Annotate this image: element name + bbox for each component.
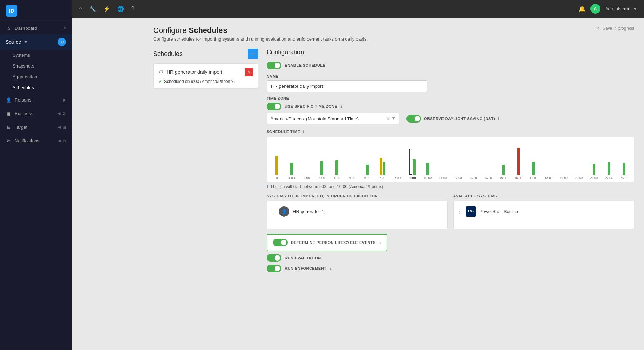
label-11: 11:00 [435, 176, 450, 180]
enforce-info-icon: ℹ [330, 266, 332, 271]
globe-icon[interactable]: 🌐 [117, 6, 124, 12]
home-topnav-icon[interactable]: ⌂ [79, 6, 82, 12]
main-content: ↻ Save in progress Configure Schedules C… [143, 18, 644, 350]
schedule-time-info-icon: ℹ [302, 129, 304, 134]
tz-dropdown-icon[interactable]: ▼ [391, 116, 396, 121]
sidebar-item-target[interactable]: ⊞ Target ◀ ⊞ [0, 120, 72, 134]
label-16: 16:00 [511, 176, 526, 180]
chart-col-10 [420, 147, 435, 175]
name-input[interactable] [267, 80, 427, 92]
use-specific-tz-label: USE SPECIFIC TIME ZONE [285, 104, 337, 108]
business-icon: ◼ [6, 111, 12, 116]
dst-label: OBSERVE DAYLIGHT SAVING (DST) [424, 117, 495, 121]
lifecycle-info-icon: ℹ [379, 240, 381, 245]
dst-info-icon: ℹ [498, 116, 500, 121]
bolt-icon[interactable]: ⚡ [103, 6, 110, 12]
enable-schedule-toggle[interactable] [267, 62, 281, 69]
bell-icon[interactable]: 🔔 [579, 6, 586, 12]
bar-17-0 [532, 162, 535, 175]
delete-schedule-button[interactable]: ✕ [245, 68, 253, 76]
chart-col-12 [450, 147, 465, 175]
dst-toggle[interactable] [406, 115, 421, 122]
bar-9-selected [409, 149, 412, 175]
home-icon: ⌂ [6, 26, 12, 31]
drag-icon[interactable]: ⋮ [270, 209, 275, 214]
chart-col-18 [541, 147, 556, 175]
systems-import-section: SYSTEMS TO BE IMPORTED, IN ORDER OF EXEC… [267, 194, 448, 229]
question-icon[interactable]: ? [131, 6, 134, 12]
sidebar-item-aggregation[interactable]: Aggregation [0, 71, 72, 82]
page-header: ↻ Save in progress Configure Schedules C… [153, 26, 634, 42]
info-hint-icon: ℹ [267, 184, 268, 189]
chart-col-13 [466, 147, 481, 175]
run-eval-row: RUN EVALUATION [267, 254, 387, 262]
run-eval-toggle[interactable] [267, 254, 281, 262]
wrench-icon[interactable]: 🔧 [89, 6, 96, 12]
persons-icon: 👤 [6, 97, 12, 103]
target-icon: ⊞ [6, 125, 12, 130]
dashboard-icon-right: ↗ [63, 26, 66, 31]
sidebar-item-notifications[interactable]: ✉ Notifications ◀ ✉ [0, 134, 72, 148]
systems-import-label: SYSTEMS TO BE IMPORTED, IN ORDER OF EXEC… [267, 194, 448, 198]
panel-header: Schedules + [153, 49, 258, 59]
schedules-panel-title: Schedules [153, 50, 183, 58]
chart-col-0 [269, 147, 284, 175]
run-enforce-toggle[interactable] [267, 265, 281, 272]
right-panel: Configuration ENABLE SCHEDULE NAME TIME … [267, 49, 634, 272]
sidebar-item-dashboard[interactable]: ⌂ Dashboard ↗ [0, 22, 72, 34]
sidebar-item-business[interactable]: ◼ Business ◀ ⚙ [0, 107, 72, 120]
chart-col-6 [360, 147, 375, 175]
hr-system-item: ⋮ 👤 HR generator 1 [270, 205, 444, 218]
run-eval-label: RUN EVALUATION [285, 256, 321, 260]
label-14: 14:00 [481, 176, 496, 180]
name-field-label: NAME [267, 74, 634, 78]
label-13: 13:00 [466, 176, 481, 180]
bar-23-0 [623, 163, 625, 175]
label-3: 3:00 [314, 176, 330, 180]
timezone-select[interactable]: America/Phoenix (Mountain Standard Time)… [267, 113, 399, 124]
label-23: 23:00 [617, 176, 632, 180]
label-1: 1:00 [284, 176, 299, 180]
lifecycle-toggle[interactable] [273, 239, 288, 246]
schedule-card[interactable]: ⏱ HR generator daily import ✕ ✔ Schedule… [153, 63, 258, 89]
chevron-left-notif-icon: ◀ [58, 139, 61, 143]
chart-col-16 [511, 147, 526, 175]
available-systems-box: ⋮ PS> PowerShell Source [453, 201, 635, 229]
bottom-toggles-container: DETERMINE PERSON LIFECYCLE EVENTS ℹ RUN … [267, 234, 387, 272]
ps-icon: PS> [468, 210, 474, 213]
label-0: 0:00 [269, 176, 284, 180]
sidebar-item-systems[interactable]: Systems [0, 50, 72, 61]
label-18: 18:00 [541, 176, 556, 180]
schedule-time-chart[interactable]: 0:00 1:00 2:00 3:00 4:00 5:00 6:00 7:00 … [267, 137, 634, 182]
bar-7-0 [380, 158, 382, 175]
chart-x-labels: 0:00 1:00 2:00 3:00 4:00 5:00 6:00 7:00 … [267, 175, 634, 182]
chart-col-9[interactable] [405, 147, 420, 175]
available-systems-section: AVAILABLE SYSTEMS ⋮ PS> PowerShell Sourc… [453, 194, 635, 229]
label-6: 6:00 [360, 176, 375, 180]
label-21: 21:00 [586, 176, 601, 180]
sidebar-item-schedules[interactable]: Schedules [0, 82, 72, 93]
systems-import-box: ⋮ 👤 HR generator 1 [267, 201, 448, 229]
label-22: 22:00 [601, 176, 616, 180]
label-2: 2:00 [299, 176, 314, 180]
page-subtitle: Configure schedules for importing system… [153, 36, 634, 42]
drag-ps-icon[interactable]: ⋮ [457, 209, 462, 214]
chart-col-1 [284, 147, 299, 175]
user-label[interactable]: Administrator ▼ [605, 6, 637, 12]
filter-icon[interactable]: ⚙ [58, 38, 66, 46]
chart-col-3 [314, 147, 330, 175]
ps-system-item: ⋮ PS> PowerShell Source [457, 205, 631, 218]
bar-4-0 [335, 160, 338, 175]
sidebar-item-persons[interactable]: 👤 Persons ▶ [0, 93, 72, 107]
sidebar-item-snapshots[interactable]: Snapshots [0, 61, 72, 71]
ps-system-name: PowerShell Source [480, 209, 518, 214]
add-schedule-button[interactable]: + [248, 49, 258, 59]
schedule-hint: ℹ The run will start between 9:00 and 10… [267, 184, 634, 189]
available-systems-label: AVAILABLE SYSTEMS [453, 194, 635, 198]
enable-schedule-row: ENABLE SCHEDULE [267, 62, 634, 69]
sidebar-source-header[interactable]: Source ▼ ⚙ [0, 34, 72, 50]
use-specific-tz-toggle[interactable] [267, 103, 281, 110]
label-19: 19:00 [556, 176, 571, 180]
tz-clear-icon[interactable]: ✕ [386, 116, 390, 121]
label-10: 10:00 [420, 176, 435, 180]
